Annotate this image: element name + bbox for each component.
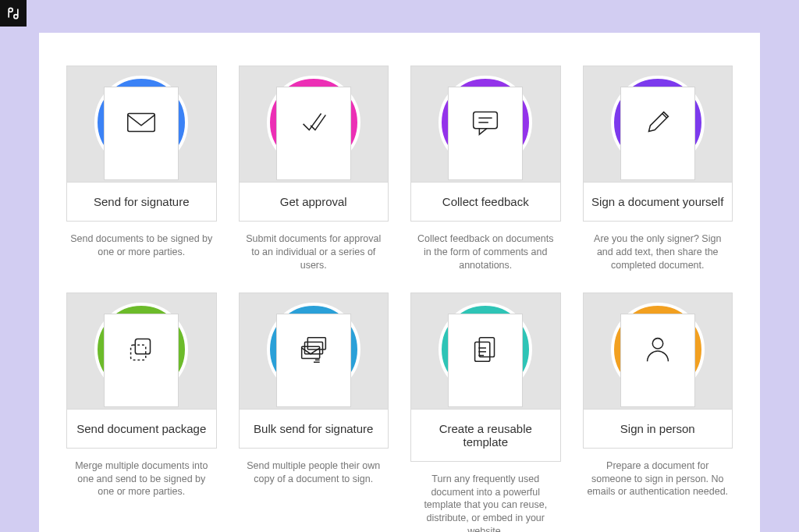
tile-art <box>240 66 389 182</box>
tile-title: Send for signature <box>67 182 216 221</box>
doc-sheet <box>620 314 695 407</box>
tile-title: Create a reusable template <box>411 409 560 461</box>
tile-art <box>67 66 216 182</box>
tile-description: Merge multiple documents into one and se… <box>66 459 217 499</box>
tile-art <box>67 293 216 409</box>
tile-document-package[interactable]: Send document package <box>66 293 217 449</box>
tile-art <box>584 293 733 409</box>
tile-reusable-template[interactable]: Create a reusable template <box>410 293 561 462</box>
tile-sign-in-person[interactable]: Sign in person <box>583 293 733 449</box>
tile-sign-yourself[interactable]: Sign a document yourself <box>583 66 733 222</box>
app-logo <box>0 0 27 27</box>
tile-description: Turn any frequently used document into a… <box>410 473 561 532</box>
action-cards-grid: Send for signature Send documents to be … <box>66 66 733 532</box>
tile-art <box>240 293 389 409</box>
main-panel: Send for signature Send documents to be … <box>39 33 760 532</box>
tile-title: Sign a document yourself <box>584 182 733 221</box>
card-sign-yourself: Sign a document yourself Are you the onl… <box>583 66 733 272</box>
tile-title: Collect feedback <box>411 182 560 221</box>
tile-get-approval[interactable]: Get approval <box>239 66 389 222</box>
tile-description: Send documents to be signed by one or mo… <box>66 232 217 259</box>
doc-sheet <box>276 314 351 407</box>
svg-rect-4 <box>136 339 151 353</box>
tile-title: Send document package <box>67 409 216 448</box>
card-reusable-template: Create a reusable template Turn any freq… <box>410 293 561 532</box>
double-check-icon <box>296 105 332 144</box>
svg-rect-5 <box>131 345 146 360</box>
tile-art <box>584 66 733 182</box>
card-get-approval: Get approval Submit documents for approv… <box>239 66 389 272</box>
doc-sheet <box>104 87 179 180</box>
tile-art <box>411 66 560 182</box>
tile-title: Bulk send for signature <box>240 409 389 448</box>
card-document-package: Send document package Merge multiple doc… <box>66 293 217 532</box>
tile-send-for-signature[interactable]: Send for signature <box>66 66 217 222</box>
tile-description: Prepare a document for someone to sign i… <box>583 459 733 499</box>
svg-rect-11 <box>480 337 495 356</box>
tile-description: Are you the only signer? Sign and add te… <box>583 232 733 272</box>
tile-description: Collect feedback on documents in the for… <box>410 232 561 272</box>
tile-title: Sign in person <box>584 409 733 448</box>
template-icon <box>467 332 503 371</box>
doc-sheet <box>448 87 523 180</box>
tile-bulk-send[interactable]: Bulk send for signature <box>239 293 389 449</box>
svg-rect-1 <box>474 112 498 129</box>
card-send-for-signature: Send for signature Send documents to be … <box>66 66 217 272</box>
tile-title: Get approval <box>240 182 389 221</box>
card-bulk-send: Bulk send for signature Send multiple pe… <box>239 293 389 532</box>
envelope-icon <box>123 105 159 144</box>
stacked-envelopes-icon <box>296 332 332 371</box>
doc-sheet <box>448 314 523 407</box>
tile-description: Submit documents for approval to an indi… <box>239 232 389 272</box>
doc-sheet <box>620 87 695 180</box>
tile-description: Send multiple people their own copy of a… <box>239 459 389 486</box>
person-icon <box>640 332 676 371</box>
layers-dashed-icon <box>123 332 159 371</box>
card-sign-in-person: Sign in person Prepare a document for so… <box>583 293 733 532</box>
tile-art <box>411 293 560 409</box>
tile-collect-feedback[interactable]: Collect feedback <box>410 66 561 222</box>
doc-sheet <box>276 87 351 180</box>
card-collect-feedback: Collect feedback Collect feedback on doc… <box>410 66 561 272</box>
svg-point-16 <box>652 338 662 348</box>
pencil-icon <box>640 105 676 144</box>
comment-icon <box>467 105 503 144</box>
doc-sheet <box>104 314 179 407</box>
svg-rect-0 <box>128 114 155 132</box>
